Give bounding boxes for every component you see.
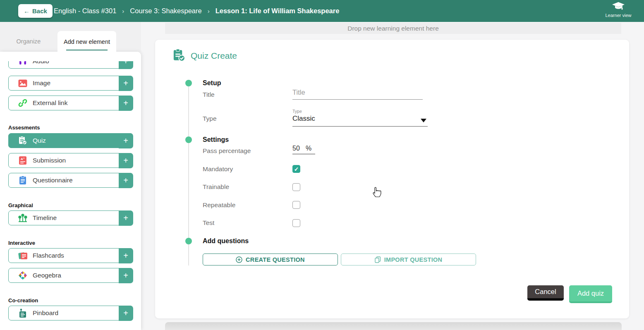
repeatable-checkbox[interactable]: [292, 201, 300, 209]
sidebar-item-flashcards[interactable]: Flashcards +: [8, 248, 133, 263]
step-dot-setup: [185, 80, 192, 86]
next-element-peek-bar: [165, 322, 622, 330]
sidebar-item-quiz[interactable]: Quiz +: [8, 133, 133, 148]
back-label: Back: [32, 7, 47, 14]
section-header-interactive: Interactive: [8, 240, 35, 246]
create-question-button[interactable]: CREATE QUESTION: [203, 253, 338, 265]
title-input[interactable]: [292, 88, 423, 100]
svg-text:A⁺: A⁺: [21, 157, 25, 161]
type-select[interactable]: Type Classic: [292, 109, 428, 127]
sidebar-item-label: Flashcards: [33, 252, 64, 259]
add-timeline-button[interactable]: +: [119, 210, 133, 226]
pass-percentage-input[interactable]: [292, 145, 306, 154]
sidebar-item-timeline[interactable]: Timeline +: [8, 210, 133, 225]
learner-view-label: Learner view: [602, 13, 635, 18]
sidebar-item-external-link[interactable]: External link +: [8, 96, 133, 110]
step-dot-settings: [185, 136, 192, 143]
flashcards-icon: [18, 251, 28, 261]
tab-add-new-element-label: Add new element: [64, 38, 110, 45]
sidebar-item-image[interactable]: Image +: [8, 76, 133, 91]
breadcrumb-lesson: Lesson 1: Life of William Shakespeare: [215, 7, 340, 15]
import-question-button[interactable]: IMPORT QUESTION: [341, 253, 476, 265]
breadcrumb-separator-icon: ›: [208, 7, 210, 14]
section-header-graphical: Graphical: [8, 202, 33, 208]
percent-suffix: %: [306, 145, 311, 154]
active-tab-underline: [66, 50, 108, 50]
sidebar-item-label: Submission: [33, 157, 66, 164]
add-quiz-submit-button[interactable]: Add quiz: [569, 285, 612, 303]
pass-percentage-field: %: [292, 145, 315, 154]
chevron-down-icon: [421, 119, 426, 122]
copy-icon: [375, 256, 381, 263]
add-flashcards-button[interactable]: +: [119, 248, 133, 264]
dropzone-label: Drop new learning element here: [347, 25, 439, 32]
cancel-button[interactable]: Cancel: [527, 285, 564, 301]
sidebar-item-label: Geogebra: [33, 272, 61, 279]
tab-add-new-element[interactable]: Add new element: [57, 31, 116, 53]
sidebar-item-label: Image: [33, 79, 50, 87]
add-pinboard-button[interactable]: +: [119, 306, 133, 321]
sidebar-item-label: Pinboard: [33, 309, 58, 317]
breadcrumb-course[interactable]: Course 3: Shakespeare: [130, 7, 201, 15]
title-label: Title: [203, 91, 215, 98]
add-image-button[interactable]: +: [119, 76, 133, 91]
submission-icon: A⁺: [18, 155, 28, 165]
mandatory-label: Mandatory: [203, 165, 233, 173]
circle-plus-icon: [236, 256, 242, 263]
graduation-cap-icon: [612, 2, 625, 10]
element-panel: Audio + Image + External link + Assesmen…: [0, 52, 141, 330]
back-button[interactable]: ← Back: [18, 4, 53, 18]
add-quiz-button[interactable]: +: [119, 133, 133, 149]
page-title: Quiz Create: [191, 51, 237, 61]
sidebar-item-label: External link: [33, 99, 67, 107]
link-icon: [18, 98, 28, 108]
create-question-label: CREATE QUESTION: [246, 256, 305, 263]
settings-heading: Settings: [203, 136, 229, 143]
quiz-icon: [18, 136, 28, 146]
add-submission-button[interactable]: +: [119, 153, 133, 169]
panel-scroll-cover: [0, 52, 141, 61]
quiz-create-icon: [172, 49, 186, 64]
back-arrow-icon: ←: [24, 7, 30, 14]
quiz-create-card: Quiz Create Setup Title Type Type Classi…: [155, 40, 629, 318]
import-question-label: IMPORT QUESTION: [384, 256, 443, 263]
setup-heading: Setup: [203, 79, 221, 87]
trainable-checkbox[interactable]: [292, 183, 300, 191]
type-select-value: Classic: [292, 115, 428, 123]
breadcrumb: English - Class #301 › Course 3: Shakesp…: [54, 0, 339, 22]
breadcrumb-class[interactable]: English - Class #301: [54, 7, 116, 15]
learner-view-button[interactable]: Learner view: [602, 2, 635, 18]
section-header-co-creation: Co-creation: [8, 297, 38, 304]
pinboard-icon: [18, 308, 28, 318]
add-questionnaire-button[interactable]: +: [119, 173, 133, 189]
sidebar-item-label: Quiz: [33, 137, 46, 144]
test-checkbox[interactable]: [292, 219, 300, 227]
questionnaire-icon: [18, 175, 28, 185]
test-label: Test: [203, 219, 214, 227]
sidebar-item-submission[interactable]: A⁺ Submission +: [8, 153, 133, 168]
add-questions-heading: Add questions: [203, 237, 249, 245]
image-icon: [18, 78, 28, 88]
pass-percentage-label: Pass percentage: [203, 147, 251, 155]
type-select-caption: Type: [292, 109, 428, 114]
trainable-label: Trainable: [203, 183, 229, 191]
repeatable-label: Repeatable: [203, 201, 235, 209]
sidebar-item-label: Timeline: [33, 214, 57, 222]
dropzone[interactable]: Drop new learning element here: [165, 23, 621, 34]
app-root: ← Back English - Class #301 › Course 3: …: [0, 0, 644, 330]
sidebar-item-pinboard[interactable]: Pinboard +: [8, 306, 133, 320]
topbar: ← Back English - Class #301 › Course 3: …: [0, 0, 644, 22]
type-label: Type: [203, 115, 217, 122]
step-dot-questions: [185, 238, 192, 244]
add-external-link-button[interactable]: +: [119, 96, 133, 111]
geogebra-icon: [18, 270, 28, 280]
tab-organize[interactable]: Organize: [6, 31, 51, 52]
mandatory-checkbox[interactable]: ✓: [292, 165, 300, 173]
add-geogebra-button[interactable]: +: [119, 268, 133, 284]
tab-organize-label: Organize: [17, 38, 41, 45]
section-header-assessments: Assesments: [8, 124, 40, 131]
sidebar-item-geogebra[interactable]: Geogebra +: [8, 268, 133, 283]
sidebar-item-questionnaire[interactable]: Questionnaire +: [8, 173, 133, 188]
sidebar-item-label: Questionnaire: [33, 177, 73, 184]
timeline-icon: [18, 213, 28, 223]
